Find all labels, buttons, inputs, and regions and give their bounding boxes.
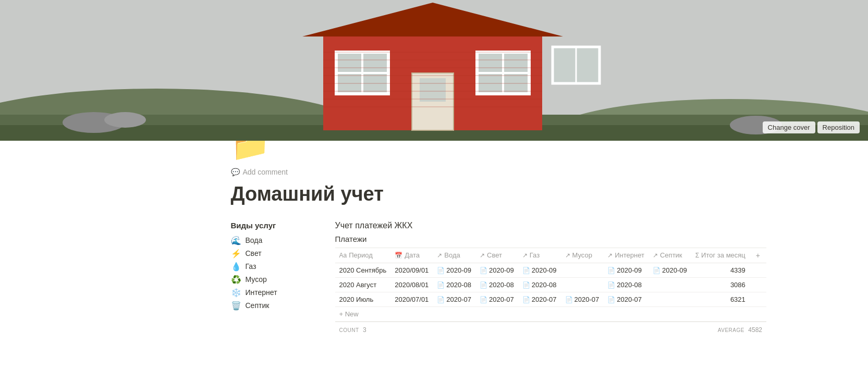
sidebar-item-internet[interactable]: ❄️Интернет xyxy=(231,286,314,299)
svg-point-30 xyxy=(104,112,146,128)
file-icon: 📄 xyxy=(607,267,615,274)
add-comment-button[interactable]: 💬 Add comment xyxy=(231,168,638,176)
add-comment-label: Add comment xyxy=(243,168,288,176)
file-icon: 📄 xyxy=(607,281,615,289)
cell-septik[interactable] xyxy=(649,292,691,306)
svet-icon: ⚡ xyxy=(231,249,241,259)
col-label-voda: Вода xyxy=(444,251,460,259)
sidebar-item-septik[interactable]: 🗑️Септик xyxy=(231,299,314,312)
cell-gaz[interactable]: 📄2020-07 xyxy=(518,292,561,306)
sidebar-item-svet[interactable]: ⚡Свет xyxy=(231,247,314,260)
col-icon-musor: ↗ xyxy=(565,252,570,259)
cell-date[interactable]: 2020/09/01 xyxy=(390,263,433,277)
cell-svet[interactable]: 📄2020-07 xyxy=(475,292,518,306)
col-header-svet[interactable]: ↗Свет xyxy=(475,248,518,263)
cell-period[interactable]: 2020 Июль xyxy=(335,292,391,306)
cell-gaz[interactable]: 📄2020-09 xyxy=(518,263,561,277)
col-label-septik: Септик xyxy=(660,251,682,259)
col-label-itog: Итог за месяц xyxy=(701,251,745,259)
cell-gaz[interactable]: 📄2020-08 xyxy=(518,277,561,292)
cell-musor[interactable] xyxy=(561,277,604,292)
two-column-layout: Виды услуг 🌊Вода⚡Свет💧Газ♻️Мусор❄️Интерн… xyxy=(231,221,638,338)
file-icon: 📄 xyxy=(437,267,445,274)
new-row-button[interactable]: + New xyxy=(335,306,767,321)
cell-septik[interactable]: 📄2020-09 xyxy=(649,263,691,277)
comment-icon: 💬 xyxy=(231,168,240,176)
sidebar-item-voda[interactable]: 🌊Вода xyxy=(231,234,314,247)
file-icon: 📄 xyxy=(437,296,445,303)
col-label-musor: Мусор xyxy=(572,251,592,259)
cell-musor[interactable] xyxy=(561,263,604,277)
db-title: Платежи xyxy=(335,235,767,243)
file-icon: 📄 xyxy=(522,296,530,303)
col-header-gaz[interactable]: ↗Газ xyxy=(518,248,561,263)
cell-period[interactable]: 2020 Август xyxy=(335,277,391,292)
cell-svet[interactable]: 📄2020-09 xyxy=(475,263,518,277)
septik-icon: 🗑️ xyxy=(231,301,241,311)
cell-septik[interactable] xyxy=(649,277,691,292)
internet-icon: ❄️ xyxy=(231,288,241,298)
col-header-date[interactable]: 📅Дата xyxy=(390,248,433,263)
table-row[interactable]: 2020 Июль2020/07/01📄2020-07📄2020-07📄2020… xyxy=(335,292,767,306)
sidebar-items: 🌊Вода⚡Свет💧Газ♻️Мусор❄️Интернет🗑️Септик xyxy=(231,234,314,312)
cell-date[interactable]: 2020/07/01 xyxy=(390,292,433,306)
file-icon: 📄 xyxy=(480,296,487,303)
new-row-label[interactable]: + New xyxy=(335,306,767,321)
file-icon: 📄 xyxy=(480,281,487,289)
sidebar-item-gaz[interactable]: 💧Газ xyxy=(231,260,314,273)
col-header-septik[interactable]: ↗Септик xyxy=(649,248,691,263)
cell-musor[interactable]: 📄2020-07 xyxy=(561,292,604,306)
cell-itog[interactable]: 3086 xyxy=(691,277,750,292)
voda-icon: 🌊 xyxy=(231,236,241,245)
col-icon-voda: ↗ xyxy=(437,252,442,259)
cell-internet[interactable]: 📄2020-08 xyxy=(603,277,649,292)
file-icon: 📄 xyxy=(653,267,661,274)
cell-svet[interactable]: 📄2020-08 xyxy=(475,277,518,292)
cell-voda[interactable]: 📄2020-08 xyxy=(433,277,475,292)
col-label-gaz: Газ xyxy=(530,251,540,259)
sidebar-item-label: Вода xyxy=(246,236,263,244)
col-label-svet: Свет xyxy=(487,251,502,259)
col-header-musor[interactable]: ↗Мусор xyxy=(561,248,604,263)
average-label: AVERAGE xyxy=(718,327,744,333)
count-label: COUNT xyxy=(339,327,359,333)
reposition-button[interactable]: Reposition xyxy=(817,121,860,133)
cover-action-buttons: Change cover Reposition xyxy=(763,121,860,133)
page-title[interactable]: Домашний учет xyxy=(231,182,638,206)
change-cover-button[interactable]: Change cover xyxy=(763,121,815,133)
sidebar-item-label: Свет xyxy=(246,249,262,257)
add-column-button[interactable]: + xyxy=(754,251,762,260)
col-label-period: Период xyxy=(349,251,373,259)
musor-icon: ♻️ xyxy=(231,275,241,285)
col-icon-septik: ↗ xyxy=(653,252,658,259)
file-icon: 📄 xyxy=(522,281,530,289)
file-icon: 📄 xyxy=(480,267,487,274)
sidebar-item-label: Мусор xyxy=(246,275,267,284)
sidebar-item-musor[interactable]: ♻️Мусор xyxy=(231,273,314,286)
col-header-period[interactable]: AaПериод xyxy=(335,248,391,263)
cell-date[interactable]: 2020/08/01 xyxy=(390,277,433,292)
section-title: Учет платежей ЖКХ xyxy=(335,221,767,230)
count-stat: COUNT 3 xyxy=(339,326,366,334)
sidebar: Виды услуг 🌊Вода⚡Свет💧Газ♻️Мусор❄️Интерн… xyxy=(231,221,314,312)
table-row[interactable]: 2020 Сентябрь2020/09/01📄2020-09📄2020-09📄… xyxy=(335,263,767,277)
cell-internet[interactable]: 📄2020-09 xyxy=(603,263,649,277)
col-label-date: Дата xyxy=(405,251,420,259)
col-header-voda[interactable]: ↗Вода xyxy=(433,248,475,263)
col-header-itog[interactable]: ΣИтог за месяц xyxy=(691,248,750,263)
cell-internet[interactable]: 📄2020-07 xyxy=(603,292,649,306)
svg-rect-9 xyxy=(420,78,446,102)
table-footer-stats: COUNT 3 AVERAGE 4582 xyxy=(335,322,767,338)
cell-voda[interactable]: 📄2020-07 xyxy=(433,292,475,306)
average-stat: AVERAGE 4582 xyxy=(718,326,762,334)
col-icon-gaz: ↗ xyxy=(522,252,528,259)
table-row[interactable]: 2020 Август2020/08/01📄2020-08📄2020-08📄20… xyxy=(335,277,767,292)
col-header-internet[interactable]: ↗Интернет xyxy=(603,248,649,263)
cell-period[interactable]: 2020 Сентябрь xyxy=(335,263,391,277)
cell-itog[interactable]: 4339 xyxy=(691,263,750,277)
col-icon-itog: Σ xyxy=(695,252,699,259)
cell-itog[interactable]: 6321 xyxy=(691,292,750,306)
count-value: 3 xyxy=(363,326,366,334)
cell-voda[interactable]: 📄2020-09 xyxy=(433,263,475,277)
page-content: 📁 💬 Add comment Домашний учет Виды услуг… xyxy=(200,126,669,338)
